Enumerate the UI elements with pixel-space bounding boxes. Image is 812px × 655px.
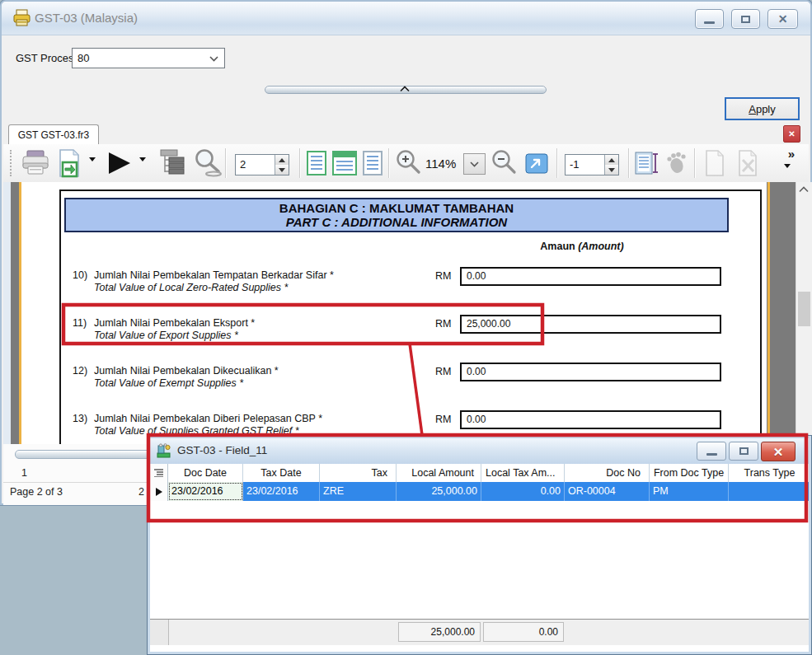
popup-minimize-button[interactable]: [697, 442, 726, 461]
field13-value-box[interactable]: 0.00: [460, 410, 721, 429]
vertical-scrollbar[interactable]: [796, 182, 812, 444]
column-header-local-tax-amount[interactable]: Local Tax Am...: [481, 464, 565, 482]
main-titlebar[interactable]: GST-03 (Malaysia) ✕: [2, 2, 810, 35]
grid-selected-row[interactable]: 23/02/2016 23/02/2016 ZRE 25,000.00 0.00…: [150, 482, 809, 501]
run-report-button[interactable]: [109, 152, 130, 174]
grid-footer: 25,000.00 0.00: [150, 619, 809, 645]
footer-local-amount-total: 25,000.00: [398, 622, 481, 642]
new-page-button[interactable]: [703, 150, 726, 180]
field11-value-box[interactable]: 25,000.00: [460, 315, 721, 334]
popup-close-button[interactable]: ✕: [761, 442, 796, 461]
toolbar-separator: [556, 148, 557, 178]
cell-tax-date[interactable]: 23/02/2016: [243, 482, 320, 501]
toolbar-separator: [225, 148, 226, 178]
page-lines-icon: [336, 161, 353, 171]
drilldown-window: GST-03 - Field_11 ✕ Doc Date Tax Date: [147, 435, 812, 655]
report-tabbar: GST GST-03.fr3 ✕: [3, 123, 809, 144]
export-icon: [56, 149, 82, 179]
page-lines-icon: [367, 156, 378, 171]
popup-maximize-button[interactable]: [729, 442, 758, 461]
minimize-button[interactable]: [695, 9, 724, 29]
column-header-doc-no[interactable]: Doc No: [565, 464, 650, 482]
window-title: GST-03 (Malaysia): [35, 11, 138, 25]
maximize-button[interactable]: [731, 9, 760, 29]
column-header-from-doc-type[interactable]: From Doc Type: [650, 464, 729, 482]
toolbar-more-button[interactable]: [784, 168, 791, 183]
edit-page-button[interactable]: [525, 153, 548, 177]
form-border-top: [59, 189, 762, 191]
run-dropdown[interactable]: [139, 161, 146, 176]
tab-gst-gst03[interactable]: GST GST-03.fr3: [8, 124, 99, 145]
section-header-band: BAHAGIAN C : MAKLUMAT TAMBAHAN PART C : …: [64, 198, 729, 232]
cell-from-doc-type[interactable]: PM: [650, 482, 729, 501]
facing-view-button[interactable]: [363, 151, 383, 175]
close-button[interactable]: ✕: [767, 9, 798, 29]
column-header-doc-date[interactable]: Doc Date: [168, 464, 243, 482]
offset-spinner[interactable]: -1: [565, 154, 619, 175]
cell-tax[interactable]: ZRE: [320, 482, 397, 501]
triangle-down-icon: [279, 168, 285, 172]
close-icon: ✕: [778, 13, 788, 25]
outline-tree-icon: [158, 149, 186, 176]
single-page-view-button[interactable]: [307, 151, 326, 175]
page-number-spinner[interactable]: 2: [235, 154, 289, 175]
minimize-icon: [706, 453, 717, 456]
field10-label-my: Jumlah Nilai Pembekalan Tempatan Berkada…: [94, 269, 334, 281]
drilldown-grid: Doc Date Tax Date Tax Local Amount Local…: [150, 464, 809, 652]
page-settings-button[interactable]: [634, 151, 660, 179]
column-header-tax[interactable]: Tax: [320, 464, 397, 482]
find-button[interactable]: [191, 147, 224, 184]
report-tree-button[interactable]: [158, 149, 186, 180]
apply-button[interactable]: Apply: [725, 97, 800, 120]
cell-doc-date[interactable]: 23/02/2016: [168, 482, 243, 501]
main-window: GST-03 (Malaysia) ✕ GST Process: 80 Ap: [0, 0, 812, 505]
printer-app-icon: [12, 9, 32, 30]
grid-customize-cell[interactable]: [150, 464, 168, 482]
column-header-trans-type[interactable]: Trans Type: [729, 464, 810, 482]
toolbar-grip[interactable]: [10, 150, 12, 176]
cell-local-amount[interactable]: 25,000.00: [397, 482, 481, 501]
field12-value-box[interactable]: 0.00: [460, 363, 721, 381]
amount-column-header: Amaun (Amount): [483, 241, 681, 252]
tab-label: GST GST-03.fr3: [18, 129, 89, 141]
cell-trans-type[interactable]: [729, 482, 810, 501]
scrollbar-thumb[interactable]: [798, 292, 810, 326]
field13-currency: RM: [435, 414, 451, 425]
collapse-splitter[interactable]: [265, 86, 547, 94]
column-header-local-amount[interactable]: Local Amount: [397, 464, 481, 482]
zoom-dropdown-button[interactable]: [463, 153, 486, 175]
zoom-out-button[interactable]: [490, 148, 521, 183]
zoom-level-label: 114%: [425, 157, 456, 171]
popup-title: GST-03 - Field_11: [177, 444, 267, 456]
caret-down-icon: [139, 157, 146, 175]
zoom-in-button[interactable]: [394, 148, 425, 183]
spin-down-button[interactable]: [275, 165, 289, 175]
gst-process-combobox[interactable]: 80: [72, 48, 225, 68]
spin-down-button[interactable]: [605, 165, 618, 175]
column-header-tax-date[interactable]: Tax Date: [243, 464, 320, 482]
grid-header-row: Doc Date Tax Date Tax Local Amount Local…: [150, 464, 809, 483]
page-lines-icon: [311, 156, 322, 171]
page-number-value: 2: [240, 158, 246, 171]
gst-process-value: 80: [77, 52, 89, 64]
print-button[interactable]: [20, 149, 51, 180]
toolbar-overflow-button[interactable]: »: [788, 147, 794, 161]
page-thumbnail-label[interactable]: 1: [21, 467, 27, 479]
field10-value-box[interactable]: 0.00: [460, 267, 721, 286]
export-dropdown[interactable]: [89, 161, 96, 176]
delete-page-button[interactable]: [735, 150, 762, 180]
screen: GST-03 (Malaysia) ✕ GST Process: 80 Ap: [0, 0, 812, 655]
field13-label-my: Jumlah Nilai Pembekalan Diberi Pelepasan…: [94, 413, 322, 424]
field11-label-en: Total Value of Export Supplies *: [94, 330, 238, 341]
cell-doc-no[interactable]: OR-00004: [565, 482, 650, 501]
footer-local-tax-total: 0.00: [483, 622, 564, 642]
export-button[interactable]: [56, 149, 82, 182]
tab-close-button[interactable]: ✕: [783, 125, 800, 143]
cell-local-tax-amount[interactable]: 0.00: [481, 482, 565, 501]
viewer-left-edge: [3, 182, 11, 444]
about-button[interactable]: [664, 152, 688, 178]
form-border-right: [760, 189, 762, 444]
page-edge-marker: [767, 182, 770, 444]
continuous-view-button[interactable]: [332, 151, 357, 175]
popup-titlebar[interactable]: GST-03 - Field_11 ✕: [150, 438, 809, 465]
